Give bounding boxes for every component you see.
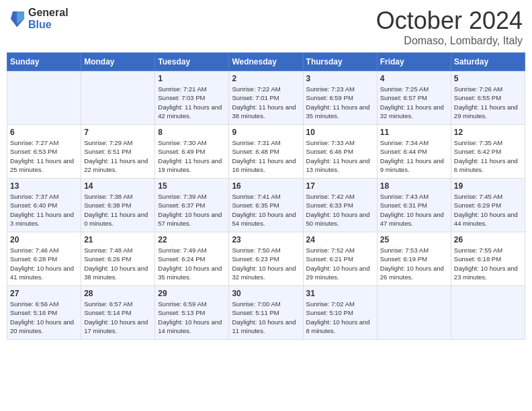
week-row-5: 27Sunrise: 6:56 AM Sunset: 5:16 PM Dayli… [7,286,525,340]
day-info: Sunrise: 7:34 AM Sunset: 6:44 PM Dayligh… [380,138,448,174]
weekday-header-monday: Monday [81,53,155,71]
day-number: 19 [454,181,522,191]
calendar-cell: 24Sunrise: 7:52 AM Sunset: 6:21 PM Dayli… [303,232,377,286]
calendar-cell: 8Sunrise: 7:30 AM Sunset: 6:49 PM Daylig… [155,125,229,179]
calendar-cell: 13Sunrise: 7:37 AM Sunset: 6:40 PM Dayli… [7,179,81,232]
weekday-header-thursday: Thursday [303,53,377,71]
day-number: 21 [84,235,152,244]
logo: General Blue [9,7,69,30]
calendar-cell: 1Sunrise: 7:21 AM Sunset: 7:03 PM Daylig… [155,71,229,125]
calendar-cell: 25Sunrise: 7:53 AM Sunset: 6:19 PM Dayli… [377,232,451,286]
day-info: Sunrise: 7:21 AM Sunset: 7:03 PM Dayligh… [158,85,226,120]
day-info: Sunrise: 7:52 AM Sunset: 6:21 PM Dayligh… [306,246,374,281]
day-number: 8 [158,128,226,137]
weekday-header-tuesday: Tuesday [155,53,229,71]
calendar-cell: 17Sunrise: 7:42 AM Sunset: 6:33 PM Dayli… [303,179,377,232]
day-number: 31 [306,289,374,298]
day-number: 13 [10,181,78,191]
day-info: Sunrise: 7:38 AM Sunset: 6:38 PM Dayligh… [84,192,152,228]
day-number: 9 [232,128,300,137]
day-number: 16 [232,181,300,191]
weekday-header-wednesday: Wednesday [229,53,303,71]
calendar-cell: 6Sunrise: 7:27 AM Sunset: 6:53 PM Daylig… [7,125,81,179]
day-info: Sunrise: 7:37 AM Sunset: 6:40 PM Dayligh… [10,192,78,228]
day-number: 18 [380,181,448,191]
calendar-cell: 30Sunrise: 7:00 AM Sunset: 5:11 PM Dayli… [229,286,303,340]
calendar-cell: 19Sunrise: 7:45 AM Sunset: 6:29 PM Dayli… [451,179,525,232]
week-row-4: 20Sunrise: 7:46 AM Sunset: 6:28 PM Dayli… [7,232,525,286]
day-number: 14 [84,181,152,191]
day-info: Sunrise: 7:46 AM Sunset: 6:28 PM Dayligh… [10,246,78,281]
location-title: Domaso, Lombardy, Italy [376,35,523,47]
day-info: Sunrise: 7:33 AM Sunset: 6:46 PM Dayligh… [306,138,374,174]
day-number: 1 [158,74,226,83]
day-info: Sunrise: 7:30 AM Sunset: 6:49 PM Dayligh… [158,138,226,174]
calendar-cell: 26Sunrise: 7:55 AM Sunset: 6:18 PM Dayli… [451,232,525,286]
day-number: 22 [158,235,226,244]
day-info: Sunrise: 7:02 AM Sunset: 5:10 PM Dayligh… [306,300,374,335]
day-info: Sunrise: 7:49 AM Sunset: 6:24 PM Dayligh… [158,246,226,281]
day-number: 4 [380,74,448,83]
calendar-cell [81,71,155,125]
calendar-cell: 3Sunrise: 7:23 AM Sunset: 6:59 PM Daylig… [303,71,377,125]
day-info: Sunrise: 7:27 AM Sunset: 6:53 PM Dayligh… [10,138,78,174]
week-row-3: 13Sunrise: 7:37 AM Sunset: 6:40 PM Dayli… [7,179,525,232]
day-info: Sunrise: 7:39 AM Sunset: 6:37 PM Dayligh… [158,192,226,228]
day-number: 3 [306,74,374,83]
day-number: 20 [10,235,78,244]
day-info: Sunrise: 7:41 AM Sunset: 6:35 PM Dayligh… [232,192,300,228]
weekday-header-row: SundayMondayTuesdayWednesdayThursdayFrid… [7,53,525,71]
title-block: October 2024 Domaso, Lombardy, Italy [376,7,523,47]
calendar-cell: 21Sunrise: 7:48 AM Sunset: 6:26 PM Dayli… [81,232,155,286]
calendar-cell: 9Sunrise: 7:31 AM Sunset: 6:48 PM Daylig… [229,125,303,179]
calendar-cell: 31Sunrise: 7:02 AM Sunset: 5:10 PM Dayli… [303,286,377,340]
day-number: 24 [306,235,374,244]
day-number: 23 [232,235,300,244]
calendar-cell: 14Sunrise: 7:38 AM Sunset: 6:38 PM Dayli… [81,179,155,232]
calendar-cell: 22Sunrise: 7:49 AM Sunset: 6:24 PM Dayli… [155,232,229,286]
logo-blue: Blue [28,19,69,31]
day-info: Sunrise: 7:53 AM Sunset: 6:19 PM Dayligh… [380,246,448,281]
weekday-header-sunday: Sunday [7,53,81,71]
day-info: Sunrise: 7:45 AM Sunset: 6:29 PM Dayligh… [454,192,522,228]
calendar-cell: 27Sunrise: 6:56 AM Sunset: 5:16 PM Dayli… [7,286,81,340]
calendar-cell: 28Sunrise: 6:57 AM Sunset: 5:14 PM Dayli… [81,286,155,340]
calendar-cell [451,286,525,340]
day-number: 15 [158,181,226,191]
day-info: Sunrise: 7:43 AM Sunset: 6:31 PM Dayligh… [380,192,448,228]
day-info: Sunrise: 7:50 AM Sunset: 6:23 PM Dayligh… [232,246,300,281]
day-info: Sunrise: 7:23 AM Sunset: 6:59 PM Dayligh… [306,85,374,120]
calendar-cell: 29Sunrise: 6:59 AM Sunset: 5:13 PM Dayli… [155,286,229,340]
calendar-cell: 18Sunrise: 7:43 AM Sunset: 6:31 PM Dayli… [377,179,451,232]
day-number: 30 [232,289,300,298]
calendar-cell: 10Sunrise: 7:33 AM Sunset: 6:46 PM Dayli… [303,125,377,179]
day-number: 5 [454,74,522,83]
page-header: General Blue October 2024 Domaso, Lombar… [7,7,525,47]
calendar-cell [7,71,81,125]
calendar-cell: 4Sunrise: 7:25 AM Sunset: 6:57 PM Daylig… [377,71,451,125]
day-info: Sunrise: 7:26 AM Sunset: 6:55 PM Dayligh… [454,85,522,120]
day-number: 6 [10,128,78,137]
calendar-cell: 16Sunrise: 7:41 AM Sunset: 6:35 PM Dayli… [229,179,303,232]
day-number: 12 [454,128,522,137]
day-number: 27 [10,289,78,298]
week-row-1: 1Sunrise: 7:21 AM Sunset: 7:03 PM Daylig… [7,71,525,125]
calendar-cell: 12Sunrise: 7:35 AM Sunset: 6:42 PM Dayli… [451,125,525,179]
logo-text: General Blue [28,7,69,30]
calendar-table: SundayMondayTuesdayWednesdayThursdayFrid… [7,52,525,340]
calendar-cell [377,286,451,340]
calendar-cell: 5Sunrise: 7:26 AM Sunset: 6:55 PM Daylig… [451,71,525,125]
weekday-header-friday: Friday [377,53,451,71]
day-number: 2 [232,74,300,83]
calendar-cell: 15Sunrise: 7:39 AM Sunset: 6:37 PM Dayli… [155,179,229,232]
day-info: Sunrise: 7:55 AM Sunset: 6:18 PM Dayligh… [454,246,522,281]
day-info: Sunrise: 7:00 AM Sunset: 5:11 PM Dayligh… [232,300,300,335]
day-info: Sunrise: 7:31 AM Sunset: 6:48 PM Dayligh… [232,138,300,174]
month-title: October 2024 [376,7,523,35]
day-info: Sunrise: 6:59 AM Sunset: 5:13 PM Dayligh… [158,300,226,335]
day-number: 17 [306,181,374,191]
weekday-header-saturday: Saturday [451,53,525,71]
day-number: 26 [454,235,522,244]
day-number: 7 [84,128,152,137]
day-number: 29 [158,289,226,298]
